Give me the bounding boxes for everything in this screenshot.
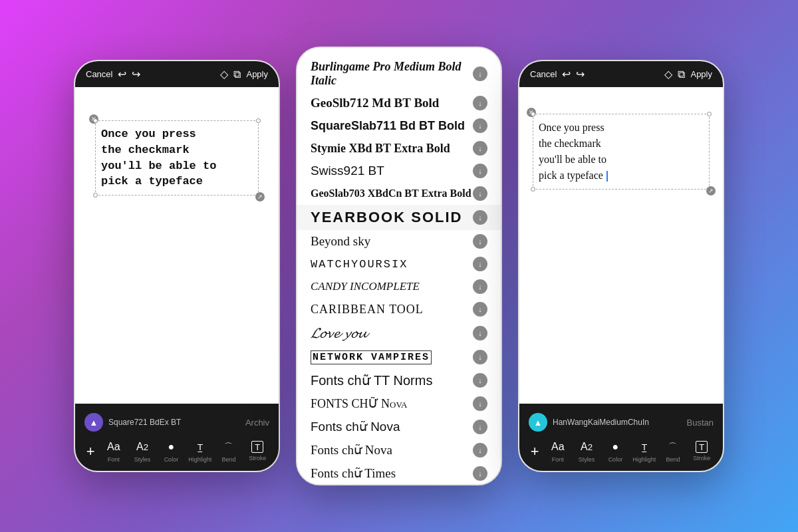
- font-dl-geoslb[interactable]: ↓: [473, 96, 487, 110]
- right-font-preview: Bustan: [687, 418, 714, 428]
- right-color-icon: ●: [608, 440, 622, 454]
- left-highlight-label: Highlight: [188, 456, 211, 463]
- font-item-caribbean[interactable]: CARIBBEAN TOOL ↓: [297, 298, 501, 321]
- font-name-burlingame: Burlingame Pro Medium Bold Italic: [311, 60, 473, 88]
- right-cursor-bar: [606, 171, 608, 182]
- right-styles-icon: A2: [579, 440, 594, 454]
- font-name-caribbean: CARIBBEAN TOOL: [311, 303, 424, 317]
- left-font-tool[interactable]: Aa Font: [101, 440, 126, 463]
- left-bend-tool[interactable]: ⌒ Bend: [216, 440, 241, 463]
- font-item-swiss[interactable]: Swiss921 BT ↓: [297, 160, 501, 182]
- left-phone: Cancel ↩ ↪ ◇ ⧉ Apply ✕ ↗ Once you presst…: [74, 60, 280, 472]
- left-resize-dot[interactable]: ↗: [255, 192, 265, 201]
- right-eraser-icon[interactable]: ◇: [664, 68, 672, 80]
- font-dl-burlingame[interactable]: ↓: [473, 66, 487, 81]
- font-item-stymie[interactable]: Stymie XBd BT Extra Bold ↓: [297, 137, 501, 160]
- left-redo-icon[interactable]: ↪: [132, 68, 140, 80]
- font-dl-ttnorms[interactable]: ↓: [473, 373, 487, 388]
- font-dl-watchyoursix[interactable]: ↓: [473, 257, 487, 271]
- font-dl-caribbean[interactable]: ↓: [473, 302, 487, 317]
- right-plus-button[interactable]: +: [528, 443, 542, 460]
- font-item-candy[interactable]: CANDY INCOMPLETE ↓: [297, 275, 501, 298]
- right-stroke-tool[interactable]: T Stroke: [689, 441, 714, 462]
- right-highlight-tool[interactable]: T̲ Highlight: [632, 440, 657, 463]
- left-cancel-button[interactable]: Cancel: [86, 69, 112, 79]
- left-bend-icon: ⌒: [221, 440, 236, 454]
- left-font-label: Font: [108, 456, 120, 463]
- font-list-panel: Burlingame Pro Medium Bold Italic ↓ GeoS…: [296, 47, 502, 485]
- font-dl-swiss[interactable]: ↓: [473, 164, 487, 178]
- left-undo-icon[interactable]: ↩: [118, 68, 126, 80]
- font-item-geoslb[interactable]: GeoSlb712 Md BT Bold ↓: [297, 92, 501, 114]
- font-name-ttnorms: Fonts chữ TT Norms: [311, 372, 432, 388]
- font-dl-beyond[interactable]: ↓: [473, 234, 487, 249]
- left-stroke-label: Stroke: [249, 455, 266, 462]
- font-dl-candy[interactable]: ↓: [473, 279, 487, 294]
- font-dl-nova2[interactable]: ↓: [473, 443, 487, 458]
- font-item-love[interactable]: 𝓛𝓸𝓿𝓮 𝔂𝓸𝓾 ↓: [297, 321, 501, 346]
- font-item-nova2[interactable]: Fonts chữ Nova ↓: [297, 438, 501, 462]
- left-highlight-tool[interactable]: T̲ Highlight: [188, 440, 213, 463]
- font-dl-love[interactable]: ↓: [473, 326, 487, 340]
- font-item-geoslab703[interactable]: GeoSlab703 XBdCn BT Extra Bold ↓: [297, 182, 501, 205]
- font-item-network[interactable]: NETWORK VAMPIRES ↓: [297, 346, 501, 368]
- left-eraser-icon[interactable]: ◇: [220, 68, 228, 80]
- font-name-geoslab703: GeoSlab703 XBdCn BT Extra Bold: [311, 188, 471, 200]
- right-color-tool[interactable]: ● Color: [602, 440, 628, 463]
- left-styles-tool[interactable]: A2 Styles: [130, 440, 155, 463]
- font-dl-times[interactable]: ↓: [473, 466, 487, 481]
- left-apply-button[interactable]: Apply: [246, 69, 268, 79]
- font-item-burlingame[interactable]: Burlingame Pro Medium Bold Italic ↓: [297, 56, 501, 92]
- font-item-yearbook[interactable]: YEARBOOK SOLID ↓: [297, 205, 501, 230]
- font-name-nova-caps: FONTS CHỮ Nova: [311, 396, 408, 411]
- right-apply-button[interactable]: Apply: [690, 69, 712, 79]
- font-dl-nova1[interactable]: ↓: [473, 420, 487, 434]
- right-redo-icon[interactable]: ↪: [576, 68, 585, 80]
- font-item-squareslab[interactable]: SquareSlab711 Bd BT Bold ↓: [297, 114, 501, 137]
- left-font-preview: Archiv: [245, 418, 269, 428]
- left-font-arrow-btn[interactable]: ▲: [84, 413, 103, 432]
- left-styles-icon: A2: [135, 440, 150, 454]
- left-textbox[interactable]: ✕ ↗ Once you pressthe checkmarkyou'll be…: [95, 120, 259, 196]
- right-phone-topbar: Cancel ↩ ↪ ◇ ⧉ Apply: [519, 61, 723, 87]
- right-textbox[interactable]: ✕ ↗ Once you pressthe checkmarkyou'll be…: [533, 114, 710, 190]
- right-bend-tool[interactable]: ⌒ Bend: [660, 440, 686, 463]
- left-stroke-tool[interactable]: T Stroke: [245, 441, 270, 462]
- right-corner-tr: [707, 112, 712, 116]
- font-name-watchyoursix: WATCHYOURSIX: [311, 258, 408, 271]
- font-dl-nova-caps[interactable]: ↓: [473, 396, 487, 411]
- right-stroke-label: Stroke: [693, 455, 710, 462]
- font-dl-squareslab[interactable]: ↓: [473, 118, 487, 133]
- left-toolbar-icons: + Aa Font A2 Styles ● Color T̲ Highlight…: [79, 440, 275, 463]
- right-toolbar-icons: + Aa Font A2 Styles ● Color T̲ Highlight…: [523, 440, 719, 463]
- font-item-watchyoursix[interactable]: WATCHYOURSIX ↓: [297, 253, 501, 275]
- left-canvas-text: Once you pressthe checkmarkyou'll be abl…: [101, 126, 253, 190]
- left-layers-icon[interactable]: ⧉: [233, 68, 241, 80]
- font-item-nova-caps[interactable]: FONTS CHỮ Nova ↓: [297, 392, 501, 415]
- left-plus-button[interactable]: +: [84, 443, 98, 460]
- right-font-row: ▲ HanWangKaiMediumChuIn Bustan: [523, 409, 719, 436]
- right-layers-icon[interactable]: ⧉: [678, 68, 685, 80]
- right-cancel-button[interactable]: Cancel: [530, 69, 557, 79]
- font-dl-yearbook[interactable]: ↓: [473, 210, 487, 225]
- right-undo-icon[interactable]: ↩: [562, 68, 571, 80]
- font-list-scroll[interactable]: Burlingame Pro Medium Bold Italic ↓ GeoS…: [297, 48, 501, 484]
- left-color-tool[interactable]: ● Color: [158, 440, 184, 463]
- font-name-network: NETWORK VAMPIRES: [311, 350, 432, 364]
- right-bend-label: Bend: [666, 456, 680, 463]
- left-stroke-icon: T: [251, 441, 263, 453]
- right-phone: Cancel ↩ ↪ ◇ ⧉ Apply ✕ ↗ Once you presst…: [518, 60, 724, 472]
- font-item-nova1[interactable]: Fonts chữ Nova ↓: [297, 415, 501, 438]
- font-dl-geoslab703[interactable]: ↓: [473, 186, 487, 201]
- font-item-ttnorms[interactable]: Fonts chữ TT Norms ↓: [297, 368, 501, 392]
- font-item-beyond[interactable]: Beyond sky ↓: [297, 230, 501, 253]
- font-dl-network[interactable]: ↓: [473, 350, 487, 364]
- right-resize-dot[interactable]: ↗: [706, 186, 716, 196]
- right-font-tool[interactable]: Aa Font: [545, 440, 571, 463]
- right-styles-tool[interactable]: A2 Styles: [574, 440, 599, 463]
- font-item-times[interactable]: Fonts chữ Times ↓: [297, 462, 501, 484]
- right-font-arrow-btn[interactable]: ▲: [529, 413, 547, 432]
- right-color-label: Color: [608, 456, 623, 463]
- right-stroke-icon: T: [696, 441, 708, 453]
- font-dl-stymie[interactable]: ↓: [473, 141, 487, 156]
